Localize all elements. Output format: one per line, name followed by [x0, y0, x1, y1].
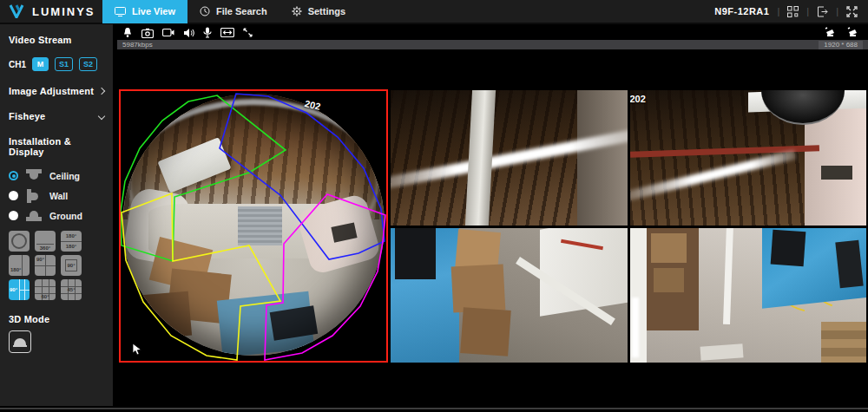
tab-live-view[interactable]: Live View [102, 0, 187, 23]
brand: LUMINYS [0, 4, 102, 18]
ptz-camera-icon-2[interactable] [847, 27, 859, 37]
mode-one-plus-four-90-button[interactable]: 90° [9, 279, 30, 300]
timestamp-overlay: 202 [630, 94, 646, 104]
dewarp-view-top-left[interactable] [391, 90, 628, 226]
dewarp-view-bottom-right[interactable] [630, 228, 867, 363]
mode-grid-45-button[interactable]: 45° [61, 279, 82, 300]
luminys-logo-icon [9, 4, 26, 18]
mode-center-90-button[interactable]: 90° [61, 255, 82, 276]
fisheye-label: Fisheye [9, 111, 45, 121]
radio-icon[interactable] [9, 191, 18, 200]
mouse-cursor [132, 343, 142, 356]
stream-layout-icon[interactable] [787, 6, 799, 17]
topbar-right: N9F-12RA1 | | | [714, 6, 868, 17]
stream-sub2-button[interactable]: S2 [79, 57, 97, 71]
radio-icon[interactable] [9, 211, 18, 220]
mount-label: Ground [49, 211, 82, 221]
network-equipment [771, 229, 806, 266]
main-tabs: Live View File Search [102, 0, 358, 23]
record-video-icon[interactable] [162, 28, 174, 37]
chevron-down-icon [98, 113, 105, 120]
installation-heading-row: Installation & Display [9, 136, 104, 157]
resolution-value: 1920 * 688 [819, 41, 863, 49]
aspect-ratio-icon[interactable] [220, 28, 234, 37]
3d-mode-heading: 3D Mode [9, 314, 104, 324]
ceiling-mount-icon [24, 169, 43, 183]
image-adjustment-label: Image Adjustment [9, 86, 94, 96]
bitrate-value: 5987kbps [122, 42, 153, 49]
mount-label: Ceiling [49, 171, 80, 181]
mode-label: 180° [61, 233, 82, 239]
floor-tray [700, 343, 744, 360]
radio-selected-icon[interactable] [9, 171, 18, 180]
channel-row: CH1 M S1 S2 [9, 57, 104, 71]
image-adjustment-row[interactable]: Image Adjustment [9, 86, 104, 96]
divider: | [777, 6, 779, 16]
box-stack [821, 322, 866, 363]
tab-label: Settings [308, 6, 345, 16]
mount-label: Wall [49, 191, 68, 201]
left-sidebar: Video Stream CH1 M S1 S2 Image Adjustmen… [0, 24, 113, 406]
dewarp-view-top-right[interactable]: 202 [630, 90, 867, 226]
partition-edge [722, 228, 733, 325]
logout-icon[interactable] [817, 6, 828, 17]
network-equipment [836, 240, 865, 288]
mount-option-wall[interactable]: Wall [9, 186, 104, 206]
mode-dual-180-button[interactable]: 180° 180° [61, 231, 82, 252]
settings-gear-icon [292, 6, 302, 16]
mode-panorama-360-button[interactable]: 360° [35, 231, 56, 252]
cardboard-box [451, 264, 506, 312]
live-view-icon [115, 7, 126, 16]
mode-label: 45° [61, 287, 82, 292]
alarm-bell-icon[interactable] [122, 27, 133, 38]
black-server-box [395, 228, 435, 279]
wall-mount-icon [24, 189, 43, 203]
fluorescent-tube [632, 298, 639, 356]
dewarp-view-bottom-left[interactable] [391, 228, 628, 363]
furniture-silhouette [821, 166, 852, 180]
mode-single-180-button[interactable]: 180° [9, 255, 30, 276]
file-search-icon [200, 6, 210, 16]
fisheye-row[interactable]: Fisheye [9, 111, 104, 121]
fluorescent-light [630, 150, 797, 202]
tab-label: Live View [132, 6, 175, 16]
resize-view-icon[interactable] [243, 28, 253, 37]
microphone-talk-icon[interactable] [203, 27, 212, 38]
3d-mode-button[interactable] [9, 330, 31, 353]
bottom-divider [0, 408, 868, 409]
stream-info-strip: 5987kbps 1920 * 688 [117, 40, 868, 49]
mount-options: Ceiling Wall Ground [9, 166, 104, 226]
mode-label: 180° [10, 267, 21, 272]
ptz-camera-icon-1[interactable] [825, 27, 837, 37]
fisheye-image [122, 94, 385, 356]
video-stream-heading: Video Stream [9, 35, 104, 45]
brand-name: LUMINYS [32, 5, 95, 18]
mode-grid-60-button[interactable]: 60° [35, 279, 56, 300]
stream-sub1-button[interactable]: S1 [55, 57, 73, 71]
3d-dome-icon [14, 338, 26, 345]
mount-option-ground[interactable]: Ground [9, 206, 104, 226]
mode-fisheye-original-button[interactable] [9, 231, 30, 252]
cardboard-box [460, 307, 510, 356]
app-window: LUMINYS Live View File Search [0, 0, 868, 412]
device-name: N9F-12RA1 [714, 6, 769, 16]
stream-main-button[interactable]: M [32, 57, 49, 71]
tab-settings[interactable]: Settings [279, 0, 358, 23]
dewarped-view-grid: 202 [391, 90, 866, 363]
mode-label: 90° [36, 257, 44, 262]
mount-option-ceiling[interactable]: Ceiling [9, 166, 104, 186]
3d-dome-base [13, 345, 27, 347]
tab-file-search[interactable]: File Search [187, 0, 279, 23]
mode-label: 90° [61, 263, 82, 268]
snapshot-camera-icon[interactable] [141, 28, 154, 38]
white-pillar [465, 90, 496, 226]
angled-wall [577, 90, 627, 226]
divider: | [806, 6, 809, 16]
mode-quad-90-button[interactable]: 90° [35, 255, 56, 276]
speaker-audio-icon[interactable] [183, 28, 194, 38]
ground-mount-icon [24, 209, 43, 223]
installation-label: Installation & Display [9, 136, 104, 157]
vignette [122, 94, 385, 356]
fullscreen-icon[interactable] [846, 6, 858, 17]
fisheye-original-view[interactable]: 202 [119, 89, 388, 363]
